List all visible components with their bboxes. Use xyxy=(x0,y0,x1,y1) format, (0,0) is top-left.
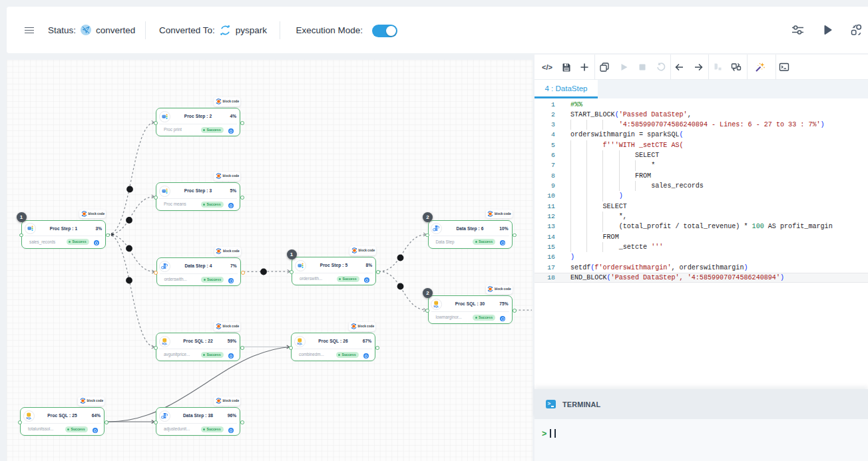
svg-text:SQL: SQL xyxy=(26,417,32,420)
svg-text:SQL: SQL xyxy=(434,305,440,308)
svg-text:SQL: SQL xyxy=(162,343,168,345)
svg-text:SQL: SQL xyxy=(297,343,303,345)
svg-text:</>: </> xyxy=(542,63,552,71)
